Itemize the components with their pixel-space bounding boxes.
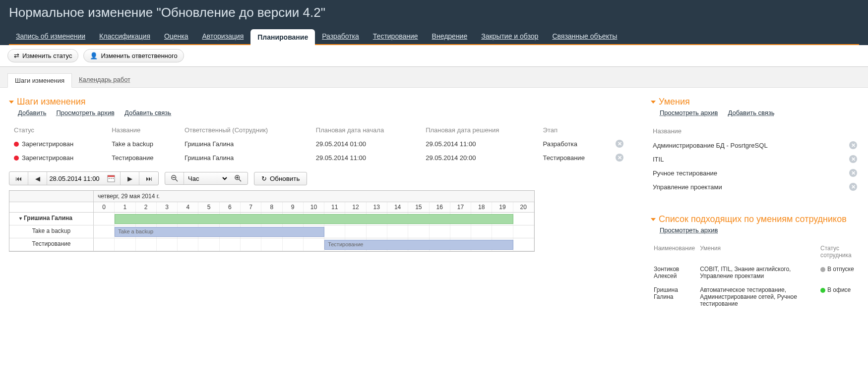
change-status-button[interactable]: ⇄ Изменить статус [7, 49, 78, 62]
caret-down-icon [651, 218, 656, 221]
steps-section-title: Шаги изменения [9, 97, 636, 107]
calendar-icon [107, 174, 115, 182]
hour-cell: 4 [178, 202, 198, 212]
hour-cell: 19 [492, 202, 513, 212]
table-row[interactable]: Гришина ГалинаАвтоматическое тестировани… [652, 283, 858, 310]
tab-Внедрение[interactable]: Внедрение [425, 28, 475, 44]
refresh-label: Обновить [270, 175, 300, 182]
swap-icon: ⇄ [14, 52, 19, 59]
list-item[interactable]: Администрирование БД - PosrtgreSQL✕ [652, 139, 858, 152]
tab-Закрытие и обзор[interactable]: Закрытие и обзор [474, 28, 545, 44]
list-item[interactable]: Управление проектами✕ [652, 180, 858, 193]
caret-down-icon [651, 101, 656, 104]
delete-icon[interactable]: ✕ [849, 141, 857, 149]
prev-button[interactable]: ◀ [28, 172, 47, 185]
left-column: Шаги изменения Добавить Просмотреть архи… [9, 97, 636, 311]
gantt-bar[interactable] [115, 214, 513, 224]
emp-archive-link[interactable]: Просмотреть архив [660, 226, 718, 234]
tab-Планирование[interactable]: Планирование [250, 29, 315, 45]
subtab-Шаги изменения[interactable]: Шаги изменения [7, 73, 72, 88]
add-relation-link[interactable]: Добавить связь [124, 109, 171, 116]
svg-rect-1 [108, 175, 115, 177]
page-title: Нормальное изменение "Обновление до верс… [9, 5, 859, 20]
gantt-bar[interactable]: Тестирование [324, 240, 513, 250]
hour-cell: 14 [387, 202, 408, 212]
col-emp-name: Наименование [652, 242, 697, 262]
tab-Связанные объекты[interactable]: Связанные объекты [545, 28, 624, 44]
skills-archive-link[interactable]: Просмотреть архив [660, 109, 718, 116]
zoom-out-icon [171, 175, 178, 182]
hour-cell: 1 [115, 202, 135, 212]
zoom-in-button[interactable] [229, 172, 248, 184]
tab-Запись об изменении[interactable]: Запись об изменении [9, 28, 92, 44]
table-row[interactable]: Зонтиков АлексейCOBIT, ITIL, Знание англ… [652, 263, 858, 282]
caret-down-icon [9, 101, 14, 104]
hour-cell: 16 [430, 202, 450, 212]
delete-icon[interactable]: ✕ [616, 154, 623, 162]
tab-Авторизация[interactable]: Авторизация [195, 28, 250, 44]
svg-rect-2 [109, 178, 110, 179]
svg-rect-4 [113, 178, 114, 179]
toolbar: ⇄ Изменить статус 👤 Изменить ответственн… [0, 45, 868, 67]
hour-cell: 5 [198, 202, 219, 212]
col-skill-name: Название [652, 124, 844, 138]
col-resp: Ответственный (Сотрудник) [180, 123, 311, 137]
svg-line-9 [239, 179, 241, 181]
tab-Классификация[interactable]: Классификация [92, 28, 157, 44]
delete-icon[interactable]: ✕ [849, 169, 857, 177]
hour-cell: 2 [136, 202, 157, 212]
zoom-out-button[interactable] [165, 172, 184, 184]
status-circle-icon [820, 267, 825, 272]
table-row[interactable]: Зарегистрирован ТестированиеГришина Гали… [9, 151, 636, 165]
delete-icon[interactable]: ✕ [849, 155, 857, 163]
date-input[interactable] [47, 172, 102, 185]
gantt-toolbar: ⏮ ◀ ▶ ⏭ Час ↻ Обновить [9, 171, 636, 185]
col-status: Статус [9, 123, 107, 137]
change-owner-button[interactable]: 👤 Изменить ответственного [83, 49, 184, 62]
list-item[interactable]: Ручное тестирование✕ [652, 166, 858, 179]
date-nav-group: ⏮ ◀ ▶ ⏭ [9, 171, 159, 185]
refresh-button[interactable]: ↻ Обновить [254, 172, 307, 185]
hour-cell: 15 [408, 202, 429, 212]
first-button[interactable]: ⏮ [9, 172, 28, 185]
skills-section-title: Умения [651, 97, 859, 107]
calendar-button[interactable] [102, 172, 121, 185]
skills-section-links: Просмотреть архив Добавить связь [660, 109, 859, 116]
steps-section-links: Добавить Просмотреть архив Добавить связ… [18, 109, 636, 116]
hour-cell: 8 [261, 202, 282, 212]
right-column: Умения Просмотреть архив Добавить связь … [651, 97, 859, 311]
hour-cell: 11 [324, 202, 345, 212]
skills-table: Название Администрирование БД - Posrtgre… [651, 123, 859, 194]
hour-cell: 6 [220, 202, 241, 212]
hour-cell: 3 [157, 202, 178, 212]
zoom-in-icon [235, 175, 242, 182]
add-step-link[interactable]: Добавить [18, 109, 46, 116]
subtab-Календарь работ[interactable]: Календарь работ [72, 73, 137, 87]
hour-cell: 20 [513, 202, 534, 212]
gantt-bar[interactable]: Take a backup [115, 227, 324, 237]
view-archive-link[interactable]: Просмотреть архив [56, 109, 115, 116]
tab-Оценка[interactable]: Оценка [157, 28, 195, 44]
delete-icon[interactable]: ✕ [616, 140, 623, 148]
refresh-icon: ↻ [261, 175, 267, 182]
emp-section-title: Список подходящих по умениям сотрудников [651, 214, 859, 224]
gantt-row-label: Тестирование [9, 238, 94, 251]
emp-table: Наименование Умения Статус сотрудника Зо… [651, 241, 859, 311]
svg-rect-3 [111, 178, 112, 179]
gantt-row-label: Гришина Галина [9, 213, 94, 225]
tab-Тестирование[interactable]: Тестирование [366, 28, 425, 44]
hour-cell: 10 [304, 202, 324, 212]
last-button[interactable]: ⏭ [139, 172, 158, 185]
tab-Разработка[interactable]: Разработка [315, 28, 366, 44]
list-item[interactable]: ITIL✕ [652, 153, 858, 166]
table-row[interactable]: Зарегистрирован Take a backupГришина Гал… [9, 137, 636, 151]
emp-section-links: Просмотреть архив [660, 226, 859, 234]
next-button[interactable]: ▶ [121, 172, 139, 185]
svg-line-6 [175, 179, 177, 181]
zoom-unit-select[interactable]: Час [184, 172, 229, 184]
skills-addrel-link[interactable]: Добавить связь [728, 109, 775, 116]
gantt-row: Гришина Галина [9, 213, 534, 225]
hour-cell: 9 [283, 202, 304, 212]
col-emp-skills: Умения [698, 242, 817, 262]
delete-icon[interactable]: ✕ [849, 183, 857, 191]
